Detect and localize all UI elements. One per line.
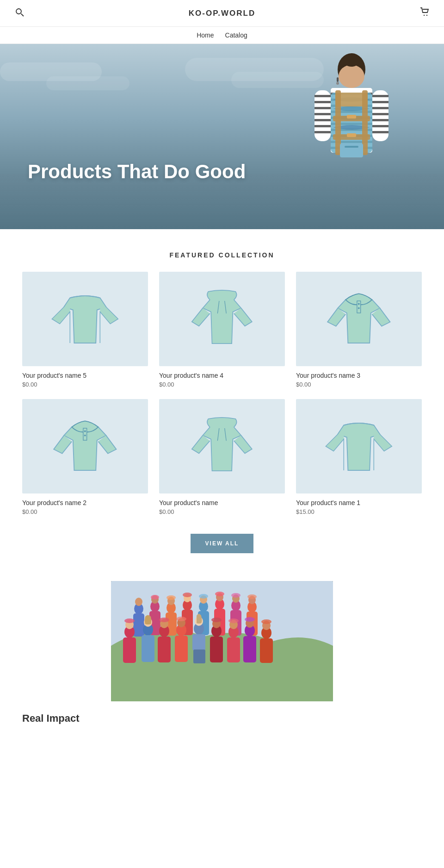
svg-point-100 [159, 618, 169, 622]
svg-rect-114 [227, 637, 240, 662]
svg-point-93 [124, 618, 135, 623]
product-image-p4 [159, 272, 285, 366]
svg-rect-31 [372, 107, 388, 109]
svg-point-8 [336, 82, 339, 85]
product-name-p1: Your product's name 1 [296, 499, 422, 506]
svg-point-69 [166, 595, 176, 600]
real-impact-section: Real Impact [0, 712, 444, 743]
svg-rect-122 [260, 638, 273, 663]
svg-point-52 [84, 431, 86, 432]
svg-point-112 [211, 618, 222, 622]
svg-rect-35 [372, 131, 388, 133]
product-card-p4[interactable]: Your product's name 4$0.00 [159, 272, 285, 388]
svg-point-50 [358, 307, 360, 309]
product-name-p3: Your product's name 3 [296, 372, 422, 379]
svg-point-104 [176, 617, 186, 621]
svg-point-49 [358, 303, 360, 305]
svg-point-65 [151, 595, 159, 599]
product-price-p0: $0.00 [159, 508, 285, 515]
product-card-p2[interactable]: Your product's name 2$0.00 [22, 399, 148, 515]
cart-icon[interactable] [420, 7, 429, 19]
svg-rect-25 [314, 119, 331, 121]
product-name-p5: Your product's name 5 [22, 372, 148, 379]
product-grid: Your product's name 5$0.00 Your product'… [0, 272, 444, 515]
svg-point-73 [183, 593, 192, 597]
svg-rect-110 [210, 637, 223, 662]
svg-rect-24 [314, 113, 331, 115]
svg-point-3 [426, 15, 427, 16]
svg-rect-41 [347, 115, 356, 119]
product-price-p3: $0.00 [296, 381, 422, 388]
search-icon[interactable] [15, 7, 24, 19]
product-image-p1 [296, 399, 422, 493]
svg-rect-30 [372, 101, 388, 103]
product-name-p0: Your product's name [159, 499, 285, 506]
svg-rect-107 [193, 649, 205, 663]
svg-rect-7 [337, 77, 339, 82]
view-all-button[interactable]: VIEW ALL [191, 534, 254, 553]
nav-catalog[interactable]: Catalog [225, 31, 247, 39]
featured-collection: FEATURED COLLECTION Your product's name … [0, 251, 444, 553]
svg-rect-98 [158, 637, 171, 662]
svg-point-0 [16, 9, 21, 14]
featured-title: FEATURED COLLECTION [0, 251, 444, 259]
svg-point-61 [135, 598, 142, 606]
product-image-p0 [159, 399, 285, 493]
product-image-p2 [22, 399, 148, 493]
hero-illustration [231, 44, 426, 229]
svg-rect-102 [175, 636, 188, 662]
svg-rect-44 [340, 144, 363, 157]
svg-point-81 [215, 592, 224, 596]
product-card-p0[interactable]: Your product's name$0.00 [159, 399, 285, 515]
product-name-p2: Your product's name 2 [22, 499, 148, 506]
svg-point-120 [245, 617, 255, 622]
svg-rect-91 [123, 637, 136, 663]
svg-rect-21 [314, 95, 331, 97]
svg-rect-95 [142, 635, 154, 662]
svg-rect-34 [372, 125, 388, 127]
svg-point-89 [247, 594, 257, 599]
svg-rect-26 [314, 125, 331, 127]
svg-point-2 [424, 15, 425, 16]
product-card-p3[interactable]: Your product's name 3$0.00 [296, 272, 422, 388]
svg-rect-106 [192, 634, 205, 650]
site-header: KO-OP.WORLD [0, 0, 444, 27]
svg-point-85 [231, 593, 240, 598]
real-impact-title: Real Impact [22, 712, 422, 724]
svg-point-6 [343, 54, 360, 67]
nav-home[interactable]: Home [197, 31, 214, 39]
group-photo [111, 581, 333, 701]
svg-point-116 [228, 618, 239, 623]
svg-rect-43 [347, 133, 356, 137]
svg-rect-23 [314, 107, 331, 109]
group-photo-container [0, 581, 444, 701]
product-card-p5[interactable]: Your product's name 5$0.00 [22, 272, 148, 388]
svg-line-1 [21, 14, 24, 17]
hero-section: Products That Do Good [0, 44, 444, 229]
svg-rect-28 [372, 90, 388, 141]
site-logo[interactable]: KO-OP.WORLD [189, 9, 255, 18]
product-image-p3 [296, 272, 422, 366]
product-name-p4: Your product's name 4 [159, 372, 285, 379]
hero-headline: Products That Do Good [28, 161, 246, 183]
svg-rect-51 [83, 428, 87, 440]
product-card-p1[interactable]: Your product's name 1$15.00 [296, 399, 422, 515]
main-nav: Home Catalog [0, 27, 444, 44]
svg-rect-33 [372, 119, 388, 121]
product-price-p5: $0.00 [22, 381, 148, 388]
svg-rect-48 [357, 301, 361, 313]
svg-rect-32 [372, 113, 388, 115]
svg-rect-27 [314, 131, 331, 133]
svg-rect-20 [314, 90, 331, 141]
product-price-p1: $15.00 [296, 508, 422, 515]
svg-point-124 [261, 619, 271, 624]
svg-rect-118 [243, 636, 256, 662]
svg-point-5 [339, 65, 364, 88]
svg-rect-60 [133, 613, 144, 637]
svg-rect-22 [314, 101, 331, 103]
svg-rect-29 [372, 95, 388, 97]
svg-rect-45 [345, 146, 358, 148]
product-price-p2: $0.00 [22, 508, 148, 515]
product-image-p5 [22, 272, 148, 366]
svg-point-77 [199, 594, 208, 599]
